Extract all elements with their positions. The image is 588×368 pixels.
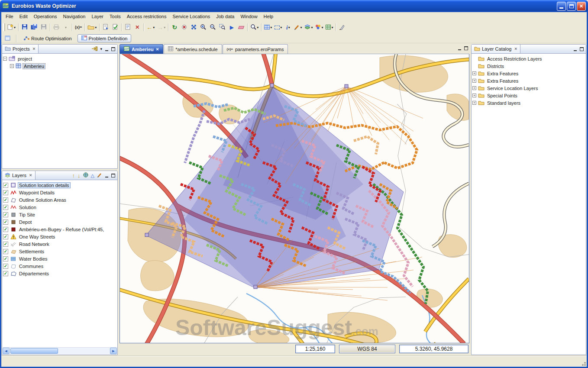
resize-grip[interactable] [581, 361, 586, 366]
new-wizard-button[interactable]: ▾ [6, 23, 17, 32]
print-button[interactable] [52, 23, 61, 32]
zoom-region-button[interactable] [217, 23, 227, 32]
menu-navigation[interactable]: Navigation [60, 13, 89, 20]
layer-checkbox[interactable]: ✓ [3, 220, 8, 225]
minimize-view-icon[interactable] [573, 47, 577, 51]
maximize-view-icon[interactable] [111, 47, 115, 51]
forward-button[interactable]: →▾ [156, 23, 167, 32]
expand-icon[interactable]: + [472, 86, 476, 90]
refresh-button[interactable]: ↻ [170, 23, 179, 32]
save-all-button[interactable] [29, 23, 39, 32]
layer-checkbox[interactable]: ✓ [3, 234, 8, 239]
grid-tools-button[interactable]: ▾ [324, 23, 334, 32]
edit-layer-icon[interactable] [97, 172, 102, 178]
eraser-button[interactable] [236, 23, 246, 32]
toolbar-grip[interactable] [3, 23, 5, 31]
save-button[interactable] [20, 23, 29, 32]
map-scale-field[interactable]: 1:25,160 [295, 345, 335, 353]
tree-node-project[interactable]: − project [3, 55, 116, 62]
layer-tools-button[interactable]: ▾ [303, 23, 314, 32]
expand-icon[interactable]: + [472, 71, 476, 75]
tab-amberieu-map[interactable]: Amberieu ✕ [120, 44, 163, 54]
maximize-button[interactable] [567, 2, 576, 11]
layer-checkbox[interactable]: ✓ [3, 197, 8, 203]
minimize-view-icon[interactable] [105, 174, 109, 178]
tab-projects[interactable]: Projects ✕ [2, 45, 39, 53]
zoom-in-button[interactable] [198, 23, 208, 32]
select-region-button[interactable]: ▾ [273, 23, 283, 32]
layer-checkbox[interactable]: ✓ [3, 183, 8, 188]
menu-layer[interactable]: Layer [89, 13, 107, 20]
zoom-out-button[interactable] [208, 23, 217, 32]
validate-button[interactable] [110, 23, 120, 32]
layer-row-communes[interactable]: ✓ Communes [3, 262, 116, 270]
map-canvas[interactable]: SoftwareSuggest.com [120, 54, 469, 343]
maximize-view-icon[interactable] [111, 174, 115, 178]
table-view-button[interactable]: ▾ [263, 23, 273, 32]
close-icon[interactable]: ✕ [29, 173, 32, 178]
menu-file[interactable]: File [3, 13, 16, 20]
expand-icon[interactable]: + [472, 94, 476, 97]
link-editor-icon[interactable] [91, 46, 97, 52]
layer-style-icon[interactable]: △ [91, 173, 94, 178]
report-button[interactable] [123, 23, 132, 32]
perspective-route-optimisation[interactable]: Route Optimisation [20, 34, 75, 42]
layer-row-tip-site[interactable]: ✓ Tip Site [3, 211, 116, 218]
save-as-button[interactable] [39, 23, 48, 32]
collapse-icon[interactable]: − [3, 57, 7, 61]
layer-row-depot[interactable]: ✓ Depot [3, 218, 116, 226]
layer-checkbox[interactable]: ✓ [3, 212, 8, 217]
tab-amberieu-schedule[interactable]: *amberieu.schedule [164, 44, 222, 54]
view-menu-icon[interactable]: ▾ [100, 47, 102, 51]
menu-operations[interactable]: Operations [31, 13, 60, 20]
tree-node-amberieu[interactable]: + Amberieu [3, 62, 116, 70]
expand-icon[interactable]: + [472, 79, 476, 83]
coordinates-field[interactable]: 5.3260, 45.9628 [399, 345, 468, 353]
catalog-item-service-location-layers[interactable]: + Service Location Layers [472, 84, 585, 92]
fit-to-window-button[interactable] [189, 23, 198, 32]
menu-help[interactable]: Help [261, 13, 277, 20]
close-icon[interactable]: ✕ [514, 47, 518, 51]
layer-row-water-bodies[interactable]: ✓ Water Bodies [3, 255, 116, 262]
layer-checkbox[interactable]: ✓ [3, 190, 8, 195]
layer-row-settlements[interactable]: ✓ Settlements [3, 248, 116, 255]
maximize-view-icon[interactable] [580, 47, 584, 51]
tab-parameters-eroparams[interactable]: (x)= parameters.eroParams [223, 44, 288, 54]
perspective-problem-definition[interactable]: Problem Definition [78, 34, 132, 42]
close-button[interactable]: ✕ [577, 2, 586, 11]
layer-checkbox[interactable]: ✓ [3, 227, 8, 232]
catalog-item-extra-features-2[interactable]: + Extra Features [472, 77, 585, 84]
close-icon[interactable]: ✕ [156, 47, 159, 52]
menu-service-locations[interactable]: Service Locations [169, 13, 213, 20]
layer-row-solution[interactable]: ✓ Solution [3, 203, 116, 211]
style-tools-button[interactable]: ▾ [314, 23, 324, 32]
minimize-view-icon[interactable] [105, 47, 109, 51]
layer-checkbox[interactable]: ✓ [3, 205, 8, 210]
projection-button[interactable]: WGS 84 [339, 345, 395, 353]
menu-access-restrictions[interactable]: Access restrictions [124, 13, 170, 20]
scroll-left-icon[interactable]: ◀ [3, 348, 10, 354]
tab-layers[interactable]: Layers ✕ [2, 171, 36, 180]
parameters-button[interactable]: (x)= [74, 23, 83, 32]
tab-layer-catalog[interactable]: Layer Catalog ✕ [472, 45, 520, 53]
split-tool-button[interactable] [337, 23, 347, 32]
cancel-operation-button[interactable] [179, 23, 189, 32]
layer-row-outline-solution-areas[interactable]: ✓ Outline Solution Areas [3, 196, 116, 203]
expand-icon[interactable]: + [10, 64, 14, 68]
close-icon[interactable]: ✕ [32, 47, 36, 51]
run-button[interactable]: ▶ [227, 23, 236, 32]
maximize-editor-icon[interactable] [464, 46, 468, 50]
menu-window[interactable]: Window [237, 13, 260, 20]
layers-horizontal-scrollbar[interactable]: ◀ ▶ [3, 347, 117, 354]
scroll-right-icon[interactable]: ▶ [110, 348, 117, 354]
layer-row-waypoint-details[interactable]: ✓ Waypoint Details [3, 189, 116, 196]
layer-checkbox[interactable]: ✓ [3, 271, 8, 276]
open-project-button[interactable]: ▾ [86, 23, 98, 32]
layer-checkbox[interactable]: ✓ [3, 249, 8, 254]
move-layer-down-icon[interactable]: ↓ [78, 172, 81, 179]
print-options-button[interactable]: ▾ [61, 23, 71, 32]
layer-checkbox[interactable]: ✓ [3, 242, 8, 247]
catalog-item-standard-layers[interactable]: + Standard layers [472, 99, 585, 107]
minimize-editor-icon[interactable] [458, 46, 462, 50]
menu-tools[interactable]: Tools [107, 13, 124, 20]
